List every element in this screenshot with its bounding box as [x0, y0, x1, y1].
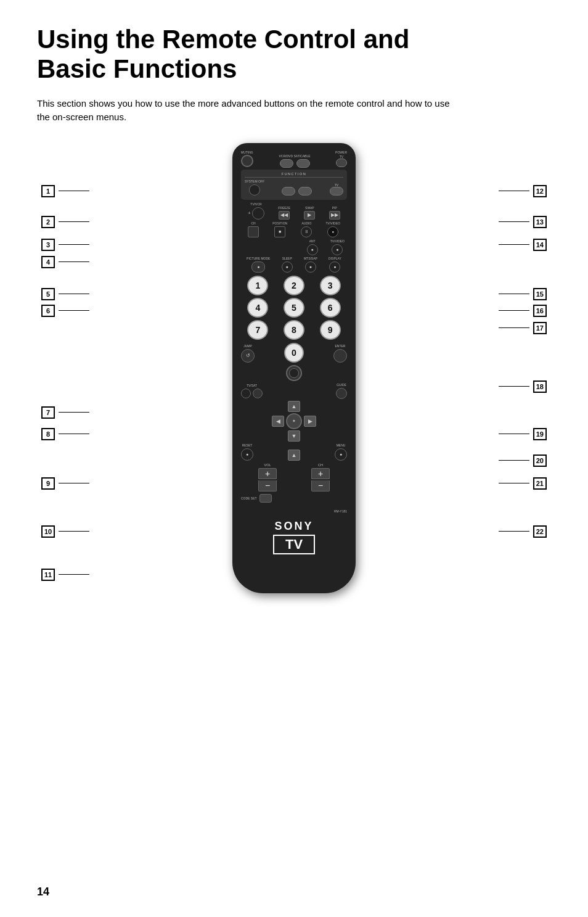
- dpad-center-button[interactable]: ✦: [286, 413, 302, 429]
- tv-sat-button2[interactable]: [253, 389, 263, 398]
- num-0-button[interactable]: 0: [284, 343, 304, 363]
- label-12: 12: [473, 185, 547, 197]
- pip-button[interactable]: ▶▶: [329, 211, 340, 220]
- label-1: 1: [41, 185, 89, 197]
- num-4-button[interactable]: 4: [247, 298, 268, 318]
- dpad-up-button[interactable]: ▲: [288, 401, 300, 412]
- function-title: FUNCTION: [245, 172, 343, 178]
- ant-label: ANT: [309, 239, 316, 243]
- sony-logo: SONY: [241, 520, 347, 533]
- page-title: Using the Remote Control and Basic Funct…: [37, 25, 551, 84]
- sleep-label: SLEEP: [282, 257, 292, 260]
- ch2-label: CH: [318, 463, 323, 467]
- label-21: 21: [473, 477, 547, 490]
- picture-mode-button[interactable]: ●: [251, 261, 265, 273]
- sleep-button[interactable]: ●: [282, 261, 293, 273]
- tv-video-button[interactable]: ●: [327, 226, 338, 237]
- num-1-button[interactable]: 1: [247, 276, 268, 295]
- jump-button[interactable]: ↺: [241, 349, 255, 363]
- position-button[interactable]: ■: [274, 226, 285, 237]
- guide-button[interactable]: [336, 388, 347, 399]
- page-number: 14: [37, 886, 49, 898]
- vcr-dvd-button[interactable]: [280, 159, 293, 168]
- dpad-left-button[interactable]: ◀: [272, 416, 284, 427]
- code-set-label: CODE SET: [241, 496, 257, 500]
- tv-sat-label: TV/SAT: [247, 384, 257, 387]
- label-16: 16: [473, 305, 547, 317]
- code-set-button[interactable]: [259, 494, 272, 503]
- dpad-down-button[interactable]: ▼: [288, 430, 300, 442]
- ch-button[interactable]: [248, 226, 259, 237]
- tv-logo: TV: [273, 535, 315, 554]
- num-2-button[interactable]: 2: [284, 276, 304, 295]
- sat-cable-button[interactable]: [296, 159, 310, 168]
- display-label: DISPLAY: [329, 257, 341, 260]
- freeze-button[interactable]: ◀◀: [279, 211, 290, 220]
- pip-label: PIP: [332, 206, 337, 210]
- enter-label: ENTER: [335, 344, 346, 348]
- muting-button[interactable]: [241, 155, 253, 167]
- function-sat-button[interactable]: [298, 187, 312, 195]
- num-3-button[interactable]: 3: [320, 276, 341, 295]
- swap-button[interactable]: ▶: [304, 211, 315, 220]
- tv-vcr-label: TV/VCR: [250, 202, 261, 206]
- power-inner: [289, 368, 299, 378]
- system-off-button[interactable]: [249, 184, 260, 195]
- power-label: POWER: [335, 150, 347, 154]
- model-num: RM-Y181: [334, 509, 347, 513]
- ch-minus-button[interactable]: −: [311, 480, 330, 491]
- tv-vcr-button[interactable]: [252, 207, 264, 220]
- label-6: 6: [41, 305, 89, 317]
- function-tv-button[interactable]: [330, 187, 343, 195]
- picture-mode-label: PICTURE MODE: [247, 257, 270, 260]
- ch-label: CH: [251, 221, 255, 225]
- jump-label: JUMP: [243, 344, 252, 348]
- label-17: 17: [473, 322, 547, 334]
- tv-sat-button[interactable]: [241, 389, 251, 398]
- vol-minus-button[interactable]: −: [258, 480, 277, 491]
- vcr-dvd-label: VCR/DVD SAT/CABLE: [279, 154, 310, 158]
- muting-label: MUTING: [241, 150, 253, 154]
- label-18: 18: [473, 380, 547, 393]
- num-6-button[interactable]: 6: [320, 298, 341, 318]
- menu-up-button[interactable]: ▲: [288, 450, 300, 461]
- label-8: 8: [41, 428, 89, 440]
- audio-label: AUDIO: [301, 221, 311, 225]
- ant-button[interactable]: ●: [307, 244, 318, 255]
- power-ring: [286, 365, 302, 381]
- num-8-button[interactable]: 8: [284, 320, 304, 340]
- label-15: 15: [473, 288, 547, 300]
- function-vcr-button[interactable]: [282, 187, 295, 195]
- dpad-right-button[interactable]: ▶: [304, 416, 316, 427]
- label-13: 13: [473, 216, 547, 228]
- label-10: 10: [41, 525, 89, 538]
- swap-label: SWAP: [305, 206, 314, 210]
- label-20: 20: [473, 454, 547, 467]
- mts-sap-button[interactable]: ●: [305, 261, 316, 273]
- tv-video2-label: TV/VIDEO: [330, 239, 345, 243]
- num-5-button[interactable]: 5: [284, 298, 304, 318]
- intro-text: This section shows you how to use the mo…: [37, 97, 456, 125]
- vol-plus-button[interactable]: +: [258, 468, 277, 479]
- tv-button[interactable]: [336, 158, 347, 167]
- remote-control: MUTING POWER VCR/DVD SAT/CABLE: [232, 143, 356, 593]
- ch-plus-button[interactable]: +: [311, 468, 330, 479]
- system-off-label: SYSTEM OFF: [245, 179, 264, 183]
- num-7-button[interactable]: 7: [247, 320, 268, 340]
- label-2: 2: [41, 216, 89, 228]
- enter-button[interactable]: [333, 349, 347, 363]
- menu-label: MENU: [337, 443, 346, 447]
- label-14: 14: [473, 239, 547, 251]
- label-4: 4: [41, 256, 89, 268]
- position-label: POSITION: [272, 221, 287, 225]
- reset-button[interactable]: ●: [241, 448, 253, 461]
- label-5: 5: [41, 288, 89, 300]
- tv-video2-button[interactable]: ●: [332, 244, 343, 255]
- display-button[interactable]: ●: [329, 261, 340, 273]
- freeze-label: FREEZE: [278, 206, 290, 210]
- label-19: 19: [473, 428, 547, 440]
- num-9-button[interactable]: 9: [320, 320, 341, 340]
- guide-label: GUIDE: [337, 383, 346, 387]
- audio-button[interactable]: II: [301, 226, 312, 237]
- menu-button[interactable]: ●: [335, 448, 347, 461]
